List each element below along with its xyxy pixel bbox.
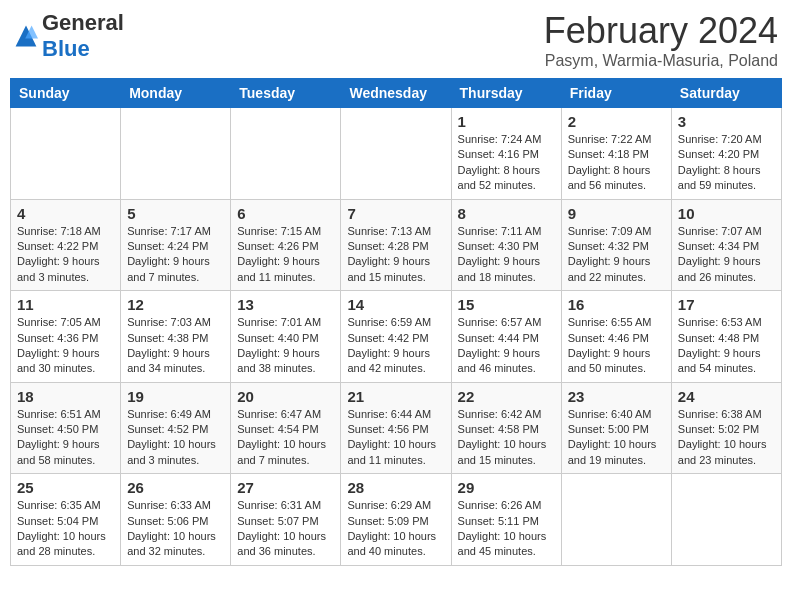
calendar-cell: 27Sunrise: 6:31 AMSunset: 5:07 PMDayligh…: [231, 474, 341, 566]
week-row-2: 4Sunrise: 7:18 AMSunset: 4:22 PMDaylight…: [11, 199, 782, 291]
day-number: 19: [127, 388, 224, 405]
calendar-cell: 28Sunrise: 6:29 AMSunset: 5:09 PMDayligh…: [341, 474, 451, 566]
header-cell-wednesday: Wednesday: [341, 79, 451, 108]
calendar-cell: 24Sunrise: 6:38 AMSunset: 5:02 PMDayligh…: [671, 382, 781, 474]
day-number: 2: [568, 113, 665, 130]
day-number: 21: [347, 388, 444, 405]
calendar-cell: 26Sunrise: 6:33 AMSunset: 5:06 PMDayligh…: [121, 474, 231, 566]
day-number: 17: [678, 296, 775, 313]
header-cell-monday: Monday: [121, 79, 231, 108]
calendar-cell: 25Sunrise: 6:35 AMSunset: 5:04 PMDayligh…: [11, 474, 121, 566]
day-number: 6: [237, 205, 334, 222]
calendar-cell: 2Sunrise: 7:22 AMSunset: 4:18 PMDaylight…: [561, 108, 671, 200]
day-number: 12: [127, 296, 224, 313]
day-info: Sunrise: 7:07 AMSunset: 4:34 PMDaylight:…: [678, 224, 775, 286]
calendar-cell: [671, 474, 781, 566]
day-info: Sunrise: 7:13 AMSunset: 4:28 PMDaylight:…: [347, 224, 444, 286]
day-number: 26: [127, 479, 224, 496]
day-info: Sunrise: 6:59 AMSunset: 4:42 PMDaylight:…: [347, 315, 444, 377]
day-number: 29: [458, 479, 555, 496]
day-info: Sunrise: 6:38 AMSunset: 5:02 PMDaylight:…: [678, 407, 775, 469]
day-info: Sunrise: 6:40 AMSunset: 5:00 PMDaylight:…: [568, 407, 665, 469]
calendar-body: 1Sunrise: 7:24 AMSunset: 4:16 PMDaylight…: [11, 108, 782, 566]
day-info: Sunrise: 7:15 AMSunset: 4:26 PMDaylight:…: [237, 224, 334, 286]
title-section: February 2024 Pasym, Warmia-Masuria, Pol…: [544, 10, 778, 70]
calendar-cell: 21Sunrise: 6:44 AMSunset: 4:56 PMDayligh…: [341, 382, 451, 474]
day-info: Sunrise: 6:42 AMSunset: 4:58 PMDaylight:…: [458, 407, 555, 469]
day-info: Sunrise: 7:20 AMSunset: 4:20 PMDaylight:…: [678, 132, 775, 194]
day-info: Sunrise: 7:05 AMSunset: 4:36 PMDaylight:…: [17, 315, 114, 377]
day-number: 3: [678, 113, 775, 130]
calendar-subtitle: Pasym, Warmia-Masuria, Poland: [544, 52, 778, 70]
day-info: Sunrise: 6:55 AMSunset: 4:46 PMDaylight:…: [568, 315, 665, 377]
calendar-cell: 16Sunrise: 6:55 AMSunset: 4:46 PMDayligh…: [561, 291, 671, 383]
day-number: 14: [347, 296, 444, 313]
day-number: 4: [17, 205, 114, 222]
day-info: Sunrise: 6:51 AMSunset: 4:50 PMDaylight:…: [17, 407, 114, 469]
calendar-cell: 9Sunrise: 7:09 AMSunset: 4:32 PMDaylight…: [561, 199, 671, 291]
calendar-cell: 14Sunrise: 6:59 AMSunset: 4:42 PMDayligh…: [341, 291, 451, 383]
calendar-cell: 8Sunrise: 7:11 AMSunset: 4:30 PMDaylight…: [451, 199, 561, 291]
day-number: 1: [458, 113, 555, 130]
calendar-cell: [11, 108, 121, 200]
calendar-cell: 6Sunrise: 7:15 AMSunset: 4:26 PMDaylight…: [231, 199, 341, 291]
week-row-5: 25Sunrise: 6:35 AMSunset: 5:04 PMDayligh…: [11, 474, 782, 566]
day-number: 9: [568, 205, 665, 222]
calendar-cell: [341, 108, 451, 200]
calendar-cell: [121, 108, 231, 200]
calendar-cell: 1Sunrise: 7:24 AMSunset: 4:16 PMDaylight…: [451, 108, 561, 200]
calendar-table: SundayMondayTuesdayWednesdayThursdayFrid…: [10, 78, 782, 566]
day-number: 20: [237, 388, 334, 405]
calendar-cell: 12Sunrise: 7:03 AMSunset: 4:38 PMDayligh…: [121, 291, 231, 383]
day-info: Sunrise: 7:03 AMSunset: 4:38 PMDaylight:…: [127, 315, 224, 377]
day-info: Sunrise: 6:35 AMSunset: 5:04 PMDaylight:…: [17, 498, 114, 560]
page-header: General Blue February 2024 Pasym, Warmia…: [10, 10, 782, 70]
calendar-cell: 5Sunrise: 7:17 AMSunset: 4:24 PMDaylight…: [121, 199, 231, 291]
week-row-3: 11Sunrise: 7:05 AMSunset: 4:36 PMDayligh…: [11, 291, 782, 383]
header-cell-thursday: Thursday: [451, 79, 561, 108]
day-info: Sunrise: 6:44 AMSunset: 4:56 PMDaylight:…: [347, 407, 444, 469]
header-row: SundayMondayTuesdayWednesdayThursdayFrid…: [11, 79, 782, 108]
logo-text-general: General: [42, 10, 124, 35]
day-number: 7: [347, 205, 444, 222]
calendar-cell: 7Sunrise: 7:13 AMSunset: 4:28 PMDaylight…: [341, 199, 451, 291]
day-info: Sunrise: 7:09 AMSunset: 4:32 PMDaylight:…: [568, 224, 665, 286]
calendar-cell: 18Sunrise: 6:51 AMSunset: 4:50 PMDayligh…: [11, 382, 121, 474]
calendar-cell: 19Sunrise: 6:49 AMSunset: 4:52 PMDayligh…: [121, 382, 231, 474]
day-number: 8: [458, 205, 555, 222]
week-row-4: 18Sunrise: 6:51 AMSunset: 4:50 PMDayligh…: [11, 382, 782, 474]
day-number: 11: [17, 296, 114, 313]
calendar-cell: 22Sunrise: 6:42 AMSunset: 4:58 PMDayligh…: [451, 382, 561, 474]
day-info: Sunrise: 6:26 AMSunset: 5:11 PMDaylight:…: [458, 498, 555, 560]
calendar-cell: 3Sunrise: 7:20 AMSunset: 4:20 PMDaylight…: [671, 108, 781, 200]
day-info: Sunrise: 6:31 AMSunset: 5:07 PMDaylight:…: [237, 498, 334, 560]
day-number: 5: [127, 205, 224, 222]
logo-icon: [14, 24, 38, 48]
calendar-header: SundayMondayTuesdayWednesdayThursdayFrid…: [11, 79, 782, 108]
calendar-cell: 15Sunrise: 6:57 AMSunset: 4:44 PMDayligh…: [451, 291, 561, 383]
day-info: Sunrise: 7:24 AMSunset: 4:16 PMDaylight:…: [458, 132, 555, 194]
header-cell-tuesday: Tuesday: [231, 79, 341, 108]
calendar-cell: 4Sunrise: 7:18 AMSunset: 4:22 PMDaylight…: [11, 199, 121, 291]
day-number: 22: [458, 388, 555, 405]
header-cell-friday: Friday: [561, 79, 671, 108]
calendar-cell: 10Sunrise: 7:07 AMSunset: 4:34 PMDayligh…: [671, 199, 781, 291]
day-number: 13: [237, 296, 334, 313]
day-info: Sunrise: 6:57 AMSunset: 4:44 PMDaylight:…: [458, 315, 555, 377]
week-row-1: 1Sunrise: 7:24 AMSunset: 4:16 PMDaylight…: [11, 108, 782, 200]
calendar-cell: [231, 108, 341, 200]
calendar-cell: 20Sunrise: 6:47 AMSunset: 4:54 PMDayligh…: [231, 382, 341, 474]
day-info: Sunrise: 7:17 AMSunset: 4:24 PMDaylight:…: [127, 224, 224, 286]
day-info: Sunrise: 7:22 AMSunset: 4:18 PMDaylight:…: [568, 132, 665, 194]
logo: General Blue: [14, 10, 124, 62]
calendar-cell: 13Sunrise: 7:01 AMSunset: 4:40 PMDayligh…: [231, 291, 341, 383]
day-info: Sunrise: 6:53 AMSunset: 4:48 PMDaylight:…: [678, 315, 775, 377]
day-number: 25: [17, 479, 114, 496]
day-info: Sunrise: 6:33 AMSunset: 5:06 PMDaylight:…: [127, 498, 224, 560]
day-info: Sunrise: 7:11 AMSunset: 4:30 PMDaylight:…: [458, 224, 555, 286]
day-info: Sunrise: 6:49 AMSunset: 4:52 PMDaylight:…: [127, 407, 224, 469]
calendar-cell: [561, 474, 671, 566]
day-number: 16: [568, 296, 665, 313]
day-number: 28: [347, 479, 444, 496]
calendar-cell: 11Sunrise: 7:05 AMSunset: 4:36 PMDayligh…: [11, 291, 121, 383]
